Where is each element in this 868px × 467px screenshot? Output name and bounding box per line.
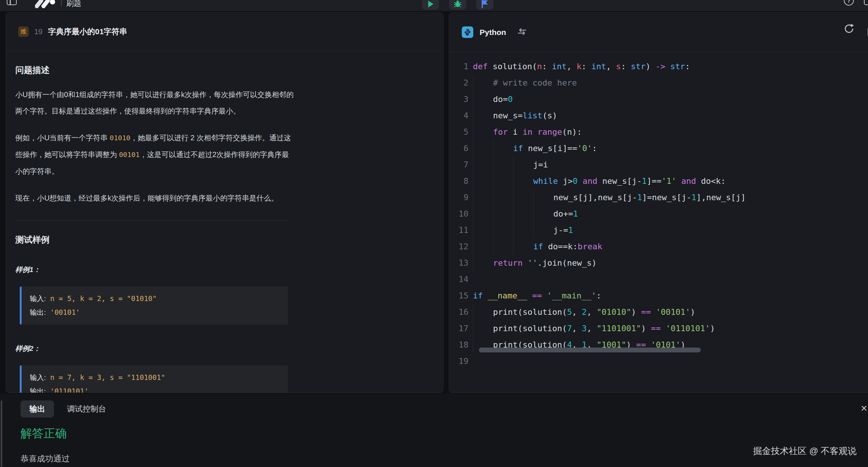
code-line[interactable]: 2 # write code here (449, 75, 868, 91)
code-token: : (581, 62, 591, 71)
code-line[interactable]: 4 new_s=list(s) (449, 108, 868, 124)
code-token: do+= (553, 209, 573, 218)
code-line[interactable]: 3 do=0 (449, 91, 868, 108)
code-token: 1 (691, 193, 696, 202)
submit-button[interactable] (476, 0, 493, 10)
code-token: in (522, 127, 532, 137)
code-token: : (542, 62, 552, 71)
code-lines: 1def solution(n: int, k: int, s: str) ->… (449, 58, 868, 370)
code-token: new_s[i]== (523, 144, 577, 153)
sample-io-line: 输入: n = 7, k = 3, s = "1101001" (30, 371, 280, 384)
code-line[interactable]: 6 if new_s[i]=='0': (449, 140, 868, 157)
paragraph-text: 现在，小U想知道，经过最多k次操作后，能够得到的字典序最小的字符串是什么。 (15, 194, 278, 202)
code-token: : (596, 291, 601, 300)
line-number: 11 (449, 222, 468, 239)
code-token: new_s= (493, 111, 522, 120)
code-area[interactable]: 1def solution(n: int, k: int, s: str) ->… (449, 52, 868, 370)
indent-guide (533, 222, 553, 239)
code-token: def (473, 62, 493, 71)
code-line[interactable]: 19 (449, 353, 868, 370)
code-token: if (533, 242, 543, 251)
tab-debug-console[interactable]: 调试控制台 (67, 404, 106, 414)
code-line[interactable]: 16 print(solution(5, 2, "01010") == '001… (449, 304, 868, 320)
horizontal-scrollbar[interactable] (479, 348, 701, 352)
io-label: 输入: (30, 374, 46, 381)
sample-label: 样例2： (15, 344, 443, 354)
code-line[interactable]: 12 if do==k:break (449, 239, 868, 255)
problem-paragraph: 小U拥有一个由0和1组成的字符串，她可以进行最多k次操作，每次操作可以交换相邻的… (15, 86, 294, 119)
code-token (676, 176, 681, 186)
code-line[interactable]: 8 while j>0 and new_s[j-1]=='1' and do<k… (449, 173, 868, 189)
code-line[interactable]: 15if __name__ == '__main__': (449, 288, 868, 304)
code-line[interactable]: 10 do+=1 (449, 206, 868, 222)
code-token: s (616, 62, 621, 71)
code-line[interactable]: 14 (449, 271, 868, 288)
code-line[interactable]: 11 j-=1 (449, 222, 868, 239)
code-token: i (508, 127, 523, 137)
code-token (542, 291, 547, 300)
code-token: return (493, 258, 522, 268)
problem-panel: 难 19 字典序最小的01字符串 问题描述 小U拥有一个由0和1组成的字符串，她… (6, 12, 443, 393)
sidebar-toggle-icon[interactable] (7, 0, 17, 5)
debug-button[interactable] (449, 0, 466, 10)
samples-heading: 测试样例 (15, 234, 443, 246)
difficulty-badge: 难 (18, 26, 29, 37)
code-token: str (631, 62, 646, 71)
line-number: 16 (449, 304, 468, 320)
language-swap-icon[interactable] (517, 28, 527, 37)
line-number: 14 (449, 271, 468, 288)
line-content: def solution(n: int, k: int, s: str) -> … (473, 62, 690, 71)
code-token: , (606, 62, 616, 71)
line-content: # write code here (473, 78, 577, 87)
help-icon[interactable]: ? (844, 0, 854, 6)
run-button[interactable] (422, 0, 439, 10)
language-label[interactable]: Python (480, 28, 506, 37)
code-line[interactable]: 9 new_s[j],new_s[j-1]=new_s[j-1],new_s[j… (449, 189, 868, 206)
line-content: print(solution(7, 3, "1101001") == '0110… (473, 324, 715, 333)
code-token: : (621, 62, 631, 71)
code-line[interactable]: 17 print(solution(7, 3, "1101001") == '0… (449, 320, 868, 337)
code-token: "1101001" (597, 324, 641, 333)
indent-guide (513, 206, 533, 222)
code-line[interactable]: 5 for i in range(n): (449, 124, 868, 140)
indent-guide (493, 206, 513, 222)
indent-guide (493, 157, 513, 173)
line-number: 19 (449, 353, 468, 370)
watermark: 掘金技术社区 @ 不客观说 (753, 445, 856, 457)
code-token: and (681, 176, 696, 186)
line-content: if do==k:break (473, 242, 602, 251)
juejin-logo-icon[interactable] (35, 0, 57, 10)
problem-body: 问题描述 小U拥有一个由0和1组成的字符串，她可以进行最多k次操作，每次操作可以… (6, 64, 443, 393)
code-token: j-= (553, 225, 568, 235)
output-scrollbar[interactable] (1, 400, 2, 467)
tab-output[interactable]: 输出 (20, 400, 54, 418)
indent-guide (473, 239, 493, 255)
io-value: n = 7, k = 3, s = "1101001" (46, 373, 165, 381)
indent-guide (473, 320, 493, 337)
code-token: 1 (568, 225, 573, 235)
refresh-icon[interactable] (843, 23, 855, 36)
io-label: 输出: (30, 308, 46, 316)
code-line[interactable]: 1def solution(n: int, k: int, s: str) ->… (449, 58, 868, 75)
code-token: '0' (577, 144, 592, 153)
code-line[interactable]: 13 return ''.join(new_s) (449, 255, 868, 271)
sample-label: 样例1： (15, 265, 443, 275)
problem-paragraph: 例如，小U当前有一个字符串 01010，她最多可以进行 2 次相邻字符交换操作。… (15, 129, 294, 179)
line-number: 7 (449, 157, 468, 173)
code-token: do==k: (543, 242, 578, 251)
code-token: ) (641, 324, 651, 333)
code-token (665, 62, 670, 71)
code-token: if (473, 291, 483, 300)
code-token: 2 (582, 307, 586, 317)
output-panel: 输出 调试控制台 × 解答正确 恭喜成功通过 掘金技术社区 @ 不客观说 (0, 394, 868, 467)
problem-number: 19 (34, 28, 42, 36)
section-divider (15, 220, 288, 221)
code-line[interactable]: 7 j=i (449, 157, 868, 173)
topbar-edge-icon[interactable] (864, 0, 868, 5)
inline-code: 01010 (110, 134, 131, 142)
problem-paragraph: 现在，小U想知道，经过最多k次操作后，能够得到的字典序最小的字符串是什么。 (15, 190, 294, 206)
code-token: : (592, 144, 597, 153)
close-icon[interactable]: × (861, 403, 867, 414)
line-content: return ''.join(new_s) (473, 258, 597, 268)
code-token: int (552, 62, 567, 71)
